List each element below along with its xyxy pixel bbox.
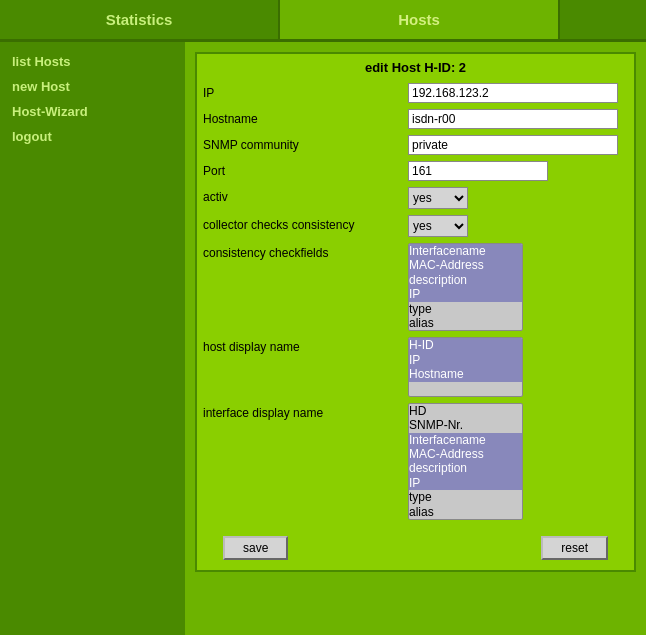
control-snmp [408, 135, 628, 155]
input-port[interactable] [408, 161, 548, 181]
row-hostname: Hostname [203, 109, 628, 129]
label-activ: activ [203, 187, 408, 204]
row-ip: IP [203, 83, 628, 103]
select-host-display[interactable]: H-ID IP Hostname [408, 337, 523, 397]
reset-button[interactable]: reset [541, 536, 608, 560]
select-interface-display[interactable]: HD SNMP-Nr. Interfacename MAC-Address de… [408, 403, 523, 520]
sidebar-item-logout[interactable]: logout [0, 125, 185, 148]
control-ip [408, 83, 628, 103]
label-snmp: SNMP community [203, 135, 408, 152]
input-ip[interactable] [408, 83, 618, 103]
label-consistency: consistency checkfields [203, 243, 408, 260]
row-interface-display: interface display name HD SNMP-Nr. Inter… [203, 403, 628, 520]
label-interface-display: interface display name [203, 403, 408, 420]
form-title: edit Host H-ID: 2 [203, 60, 628, 75]
row-snmp: SNMP community [203, 135, 628, 155]
label-port: Port [203, 161, 408, 178]
main-layout: list Hosts new Host Host-Wizard logout e… [0, 42, 646, 635]
row-collector: collector checks consistency yes no [203, 215, 628, 237]
tab-bar: Statistics Hosts [0, 0, 646, 42]
row-host-display: host display name H-ID IP Hostname [203, 337, 628, 397]
label-host-display: host display name [203, 337, 408, 354]
sidebar-item-host-wizard[interactable]: Host-Wizard [0, 100, 185, 123]
control-host-display: H-ID IP Hostname [408, 337, 628, 397]
sidebar-item-new-host[interactable]: new Host [0, 75, 185, 98]
label-ip: IP [203, 83, 408, 100]
button-row: save reset [203, 532, 628, 564]
control-activ: yes no [408, 187, 628, 209]
row-activ: activ yes no [203, 187, 628, 209]
row-consistency: consistency checkfields Interfacename MA… [203, 243, 628, 331]
label-hostname: Hostname [203, 109, 408, 126]
tab-hosts[interactable]: Hosts [280, 0, 560, 39]
sidebar: list Hosts new Host Host-Wizard logout [0, 42, 185, 635]
input-snmp[interactable] [408, 135, 618, 155]
form-panel: edit Host H-ID: 2 IP Hostname SNMP commu… [195, 52, 636, 572]
control-hostname [408, 109, 628, 129]
select-collector[interactable]: yes no [408, 215, 468, 237]
control-port [408, 161, 628, 181]
tab-statistics[interactable]: Statistics [0, 0, 280, 39]
control-consistency: Interfacename MAC-Address description IP… [408, 243, 628, 331]
control-interface-display: HD SNMP-Nr. Interfacename MAC-Address de… [408, 403, 628, 520]
row-port: Port [203, 161, 628, 181]
save-button[interactable]: save [223, 536, 288, 560]
label-collector: collector checks consistency [203, 215, 408, 232]
select-activ[interactable]: yes no [408, 187, 468, 209]
control-collector: yes no [408, 215, 628, 237]
input-hostname[interactable] [408, 109, 618, 129]
sidebar-item-list-hosts[interactable]: list Hosts [0, 50, 185, 73]
content-area: edit Host H-ID: 2 IP Hostname SNMP commu… [185, 42, 646, 635]
select-consistency[interactable]: Interfacename MAC-Address description IP… [408, 243, 523, 331]
